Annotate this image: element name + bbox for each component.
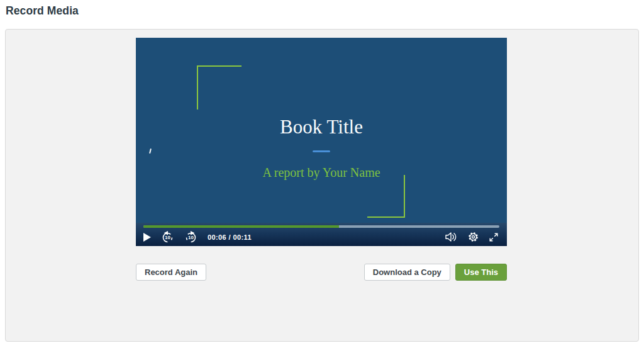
skip-back-10-icon: 10: [161, 230, 174, 244]
skip-forward-10-button[interactable]: 10: [184, 230, 197, 244]
slide-bracket-topleft: [197, 65, 242, 109]
controls-row: 10 10 00:06 /: [143, 229, 499, 245]
page-title: Record Media: [6, 4, 79, 18]
video-control-bar: 10 10 00:06 /: [136, 223, 507, 246]
video-player[interactable]: Book Title A report by Your Name: [136, 38, 507, 246]
cursor-artifact: [149, 149, 152, 154]
record-media-page: Record Media Book Title A report by Your…: [0, 0, 644, 348]
slide-subtitle: A report by Your Name: [136, 166, 507, 180]
settings-button[interactable]: [467, 231, 479, 243]
record-again-button[interactable]: Record Again: [136, 264, 206, 281]
download-copy-button[interactable]: Download a Copy: [364, 264, 450, 281]
settings-icon: [467, 231, 479, 243]
progress-fill: [143, 225, 339, 228]
volume-button[interactable]: [445, 232, 458, 242]
controls-left: 10 10 00:06 /: [143, 230, 262, 244]
action-buttons-right: Download a Copy Use This: [364, 264, 507, 281]
fullscreen-button[interactable]: [489, 232, 499, 242]
svg-text:10: 10: [188, 235, 194, 240]
use-this-button[interactable]: Use This: [455, 264, 507, 281]
progress-bar[interactable]: [143, 225, 499, 228]
skip-forward-10-icon: 10: [184, 230, 197, 244]
skip-back-10-button[interactable]: 10: [161, 230, 174, 244]
svg-text:10: 10: [165, 235, 170, 240]
fullscreen-icon: [489, 232, 499, 242]
play-icon: [143, 233, 151, 242]
time-display: 00:06 / 00:11: [208, 233, 252, 241]
slide-title: Book Title: [136, 116, 507, 138]
slide-divider: [313, 150, 330, 152]
action-buttons-row: Record Again Download a Copy Use This: [136, 264, 507, 281]
slide-bracket-bottomright: [367, 175, 405, 218]
media-panel: Book Title A report by Your Name: [5, 29, 639, 342]
controls-right: [435, 231, 499, 243]
play-button[interactable]: [143, 233, 151, 242]
volume-icon: [445, 232, 458, 242]
